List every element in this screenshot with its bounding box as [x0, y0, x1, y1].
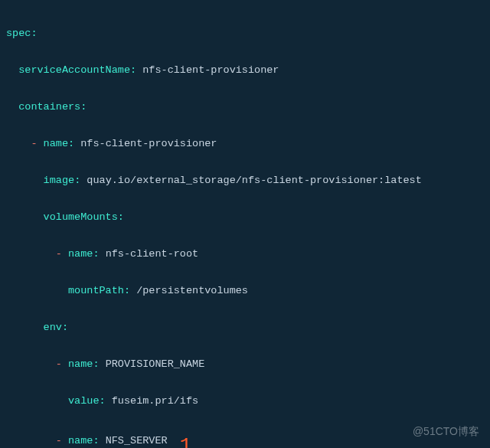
yaml-value: fuseim.pri/ifs	[106, 395, 199, 407]
yaml-dash: -	[56, 358, 68, 370]
colon: :	[130, 64, 136, 76]
code-line: value: fuseim.pri/ifs	[6, 392, 490, 410]
yaml-key: name	[68, 248, 93, 260]
code-line: spec:	[6, 25, 490, 43]
yaml-value: nfs-client-provisioner	[74, 138, 217, 149]
yaml-value: nfs-client-root	[100, 248, 199, 260]
code-line: volumeMounts:	[6, 208, 490, 227]
code-line: image: quay.io/external_storage/nfs-clie…	[6, 172, 490, 190]
code-line: - name: PROVISIONER_NAME	[6, 355, 490, 374]
yaml-key: mountPath	[68, 285, 124, 296]
watermark: @51CTO博客	[413, 422, 479, 440]
yaml-key: name	[68, 435, 93, 446]
yaml-key: containers	[18, 101, 80, 113]
yaml-value: /persistentvolumes	[130, 285, 248, 296]
yaml-key: spec	[6, 28, 31, 39]
yaml-key: value	[68, 395, 100, 407]
colon: :	[68, 138, 74, 149]
yaml-key: name	[68, 358, 93, 370]
yaml-value: PROVISIONER_NAME	[100, 358, 205, 370]
yaml-key: env	[44, 322, 62, 333]
code-line: env:	[6, 319, 490, 337]
colon: :	[93, 435, 99, 446]
yaml-value: quay.io/external_storage/nfs-client-prov…	[80, 175, 422, 186]
code-line: - name: nfs-client-provisioner	[6, 135, 490, 153]
yaml-key: serviceAccountName	[18, 64, 130, 76]
yaml-dash: -	[56, 435, 68, 446]
code-line: containers:	[6, 98, 490, 116]
colon: :	[100, 395, 106, 407]
yaml-code-block: spec: serviceAccountName: nfs-client-pro…	[0, 0, 490, 448]
colon: :	[80, 101, 87, 113]
yaml-dash: -	[56, 248, 68, 260]
yaml-value: NFS_SERVER	[100, 435, 168, 446]
colon: :	[31, 28, 37, 39]
code-line: serviceAccountName: nfs-client-provision…	[6, 61, 490, 80]
colon: :	[62, 322, 68, 333]
yaml-key: name	[44, 138, 68, 149]
annotation-1: 1	[180, 437, 192, 448]
colon: :	[93, 358, 99, 370]
yaml-dash: -	[31, 138, 43, 149]
colon: :	[93, 248, 99, 260]
code-line: - name: nfs-client-root	[6, 245, 490, 263]
yaml-value: nfs-client-provisioner	[136, 64, 279, 76]
yaml-key: image	[44, 175, 75, 186]
code-line: mountPath: /persistentvolumes	[6, 282, 490, 300]
colon: :	[118, 211, 124, 223]
colon: :	[124, 285, 130, 296]
yaml-key: volumeMounts	[44, 211, 118, 223]
